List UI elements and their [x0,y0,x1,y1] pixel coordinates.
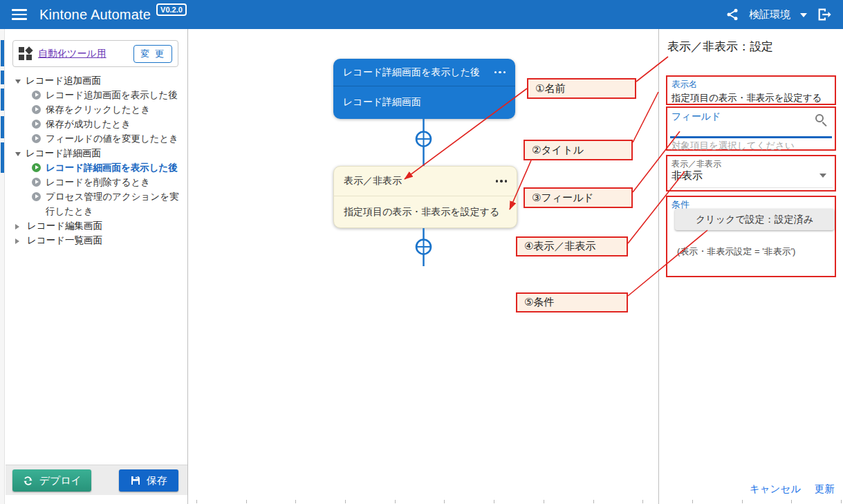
app-title: Kintone Automate [39,7,151,23]
tree-item[interactable]: レコード追加画面を表示した後 [6,88,187,102]
tree-item[interactable]: フィールドの値を変更したとき [6,131,187,146]
deploy-button-label: デプロイ [39,474,82,487]
event-icon [32,105,41,114]
search-icon[interactable] [815,114,828,127]
app-header: Kintone Automate V0.2.0 検証環境 [0,0,843,29]
version-badge: V0.2.0 [156,3,187,16]
environment-selector[interactable]: 検証環境 [749,8,790,21]
visibility-label: 表示／非表示 [671,158,721,170]
annotation-label: ②タイトル [532,144,584,157]
event-tree: レコード追加画面 レコード追加画面を表示した後 保存をクリックしたとき 保存が成… [6,73,187,248]
tree-item-label: 保存をクリックしたとき [46,102,150,117]
condition-expression: (表示・非表示設定 = '非表示') [677,245,795,258]
tree-group-label: レコード追加画面 [26,73,101,88]
event-icon [32,91,41,100]
logout-icon[interactable] [817,7,832,22]
save-button-label: 保存 [147,474,167,487]
trigger-node-subtitle: レコード詳細画面 [343,96,421,109]
event-icon [32,178,41,187]
ruler-ticks [196,500,843,503]
input-focus-underline [670,136,832,138]
app-icon [19,47,33,61]
app-name-link[interactable]: 自動化ツール用 [38,48,133,60]
tree-item[interactable]: プロセス管理のアクションを実行したとき [6,189,187,218]
annotation-field: ③フィールド [524,187,633,208]
cancel-button[interactable]: キャンセル [750,483,801,496]
condition-set-button[interactable]: クリックで設定：設定済み [675,209,834,230]
tree-group-record-add[interactable]: レコード追加画面 [6,73,187,88]
action-node-subtitle: 指定項目の表示・非表示を設定する [344,206,499,218]
sync-icon [22,475,34,487]
trigger-node[interactable]: レコード詳細画面を表示した後 レコード詳細画面 [333,59,515,119]
divider [669,187,833,188]
tree-item-label: レコードを削除するとき [46,175,150,189]
condition-section: 条件 クリックで設定：設定済み (表示・非表示設定 = '非表示') [666,196,836,277]
tree-group-label: レコード一覧画面 [27,233,102,248]
deploy-button[interactable]: デプロイ [12,469,91,492]
save-button[interactable]: 保存 [119,469,178,492]
tree-group-record-detail[interactable]: レコード詳細画面 [6,146,187,160]
update-button[interactable]: 更新 [815,483,835,496]
event-icon [32,120,41,129]
visibility-select[interactable]: 表示／非表示 非表示 [666,155,836,192]
tree-group-record-list[interactable]: レコード一覧画面 [6,233,187,248]
floppy-icon [130,475,141,486]
annotation-name: ①名前 [527,78,636,99]
tree-item[interactable]: 保存をクリックしたとき [6,102,187,117]
change-app-button[interactable]: 変 更 [133,45,172,63]
annotation-visibility: ④表示／非表示 [516,236,628,256]
tree-item-label: プロセス管理のアクションを実行したとき [46,189,184,218]
action-node[interactable]: 表示／非表示 指定項目の表示・非表示を設定する [333,166,517,228]
tree-item-label: フィールドの値を変更したとき [46,131,178,146]
annotation-label: ①名前 [535,82,565,95]
tree-item-active[interactable]: レコード詳細画面を表示した後 [6,160,187,175]
tree-item-label: レコード追加画面を表示した後 [46,88,178,102]
hamburger-menu-icon[interactable] [12,9,27,20]
tree-item[interactable]: レコードを削除するとき [6,175,187,189]
event-icon [32,192,41,201]
field-label: フィールド [671,111,721,123]
tree-item[interactable]: 保存が成功したとき [6,117,187,131]
display-name-field[interactable]: 表示名 指定項目の表示・非表示を設定する [666,75,836,105]
caret-down-icon [15,80,21,86]
annotation-label: ④表示／非表示 [524,240,595,253]
left-edge-strip [0,29,5,504]
event-icon [32,134,41,143]
chevron-down-icon[interactable] [800,13,807,21]
display-name-value: 指定項目の表示・非表示を設定する [671,92,831,104]
share-icon[interactable] [725,8,739,21]
more-menu-icon[interactable] [496,180,508,183]
annotation-title: ②タイトル [524,140,633,160]
tree-item-label: レコード詳細画面を表示した後 [46,160,178,175]
app-selector-box: 自動化ツール用 変 更 [12,40,178,67]
sidebar-footer: デプロイ 保存 [6,465,187,495]
trigger-node-title: レコード詳細画面を表示した後 [343,66,480,79]
panel-title: 表示／非表示：設定 [667,39,773,55]
sidebar: 自動化ツール用 変 更 レコード追加画面 レコード追加画面を表示した後 保存をク… [6,29,188,504]
tree-group-record-edit[interactable]: レコード編集画面 [6,218,187,233]
select-caret-icon[interactable] [819,174,826,181]
visibility-value: 非表示 [671,169,703,183]
annotation-label: ⑤条件 [524,296,554,309]
tree-group-label: レコード詳細画面 [26,146,101,160]
annotation-label: ③フィールド [532,192,594,205]
more-menu-icon[interactable] [494,71,506,74]
display-name-label: 表示名 [671,79,831,91]
tree-item-label: 保存が成功したとき [46,117,131,131]
caret-right-icon [15,224,22,230]
settings-panel: 表示／非表示：設定 表示名 指定項目の表示・非表示を設定する フィールド 対象項… [658,29,843,504]
annotation-condition: ⑤条件 [516,292,628,312]
caret-down-icon [15,152,21,159]
field-search-input[interactable]: フィールド 対象項目を選択してください [666,106,836,151]
field-placeholder: 対象項目を選択してください [671,140,795,152]
tree-group-label: レコード編集画面 [27,218,102,233]
caret-right-icon [15,239,22,244]
event-icon [32,163,41,172]
action-node-title: 表示／非表示 [344,175,402,187]
